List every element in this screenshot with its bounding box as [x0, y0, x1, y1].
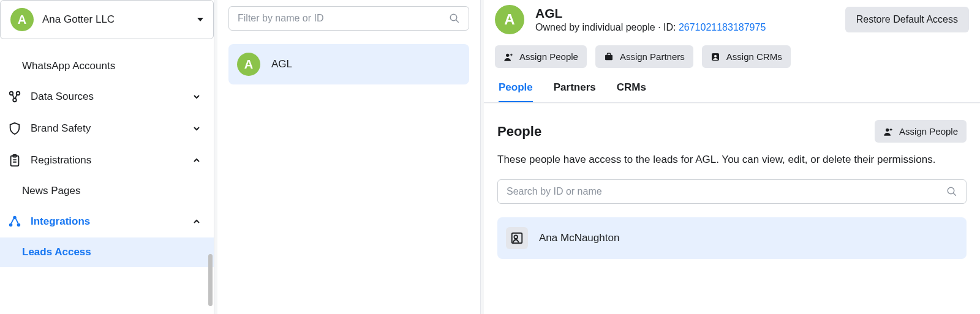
svg-point-12 — [714, 54, 717, 57]
svg-point-8 — [450, 14, 457, 21]
scrollbar-thumb[interactable] — [208, 254, 213, 306]
detail-header: A AGL Owned by individual people · ID: 2… — [484, 0, 980, 103]
sidebar-item-label: Brand Safety — [31, 122, 183, 135]
sidebar-item-registrations[interactable]: Registrations — [0, 144, 214, 176]
chevron-down-icon — [192, 92, 202, 102]
svg-point-16 — [514, 235, 518, 239]
page-avatar: A — [237, 53, 260, 76]
caret-down-icon — [197, 18, 203, 21]
sidebar-item-label: Data Sources — [31, 91, 183, 103]
svg-point-14 — [948, 187, 954, 194]
sidebar-item-integrations[interactable]: Integrations — [0, 206, 214, 237]
detail-tabs: People Partners CRMs — [495, 81, 969, 103]
person-plus-icon — [503, 52, 513, 62]
sidebar-item-label: News Pages — [22, 185, 206, 197]
svg-point-5 — [9, 223, 13, 227]
detail-title: AGL — [535, 6, 834, 21]
clipboard-icon — [7, 153, 22, 168]
page-list-item[interactable]: A AGL — [228, 44, 469, 84]
briefcase-icon — [604, 52, 614, 62]
person-plus-icon — [883, 127, 893, 136]
sidebar-item-label: Leads Access — [22, 246, 206, 258]
tab-partners[interactable]: Partners — [554, 81, 596, 103]
people-search-input[interactable] — [507, 186, 940, 197]
search-icon — [946, 186, 957, 197]
assign-crms-button[interactable]: Assign CRMs — [702, 45, 791, 68]
sidebar-item-label: Registrations — [31, 154, 183, 166]
svg-point-6 — [17, 223, 20, 227]
page-name: AGL — [271, 58, 292, 70]
detail-panel: A AGL Owned by individual people · ID: 2… — [484, 0, 980, 314]
chevron-down-icon — [192, 124, 202, 133]
detail-subtitle: Owned by individual people · ID: 2671021… — [535, 22, 834, 33]
chevron-up-icon — [192, 155, 202, 165]
detail-owned-prefix: Owned by individual people · ID: — [535, 22, 679, 32]
sidebar-item-leads-access[interactable]: Leads Access — [0, 237, 214, 267]
chevron-up-icon — [192, 217, 202, 226]
restore-default-access-button[interactable]: Restore Default Access — [845, 7, 969, 32]
button-label: Assign Partners — [620, 51, 685, 62]
account-avatar: A — [10, 8, 34, 31]
detail-avatar: A — [495, 5, 524, 34]
account-name: Ana Gotter LLC — [42, 13, 189, 26]
page-list-panel: A AGL — [217, 0, 481, 314]
svg-point-13 — [886, 128, 889, 131]
button-label: Restore Default Access — [856, 14, 958, 25]
user-name: Ana McNaughton — [539, 232, 619, 244]
search-icon — [449, 13, 460, 24]
svg-point-2 — [13, 99, 17, 102]
user-avatar — [506, 227, 528, 249]
assign-partners-button[interactable]: Assign Partners — [595, 45, 693, 68]
detail-id-link[interactable]: 2671021183187975 — [679, 22, 766, 32]
button-label: Assign CRMs — [726, 51, 782, 62]
svg-rect-10 — [605, 54, 612, 60]
sidebar: A Ana Gotter LLC WhatsApp Accounts Data … — [0, 0, 214, 314]
button-label: Assign People — [899, 126, 958, 136]
sidebar-item-brand-safety[interactable]: Brand Safety — [0, 113, 214, 144]
sidebar-nav: WhatsApp Accounts Data Sources Brand Saf… — [0, 51, 214, 314]
tab-people[interactable]: People — [499, 81, 533, 103]
people-heading: People — [497, 124, 875, 140]
account-switcher[interactable]: A Ana Gotter LLC — [0, 0, 214, 39]
sidebar-item-label: WhatsApp Accounts — [22, 60, 206, 72]
data-sources-icon — [7, 89, 22, 104]
assign-people-button-secondary[interactable]: Assign People — [875, 120, 967, 143]
crm-icon — [710, 52, 720, 62]
svg-point-9 — [506, 53, 509, 56]
button-label: Assign People — [519, 51, 578, 62]
shield-icon — [7, 121, 22, 136]
people-description: These people have access to the leads fo… — [497, 154, 967, 166]
filter-box[interactable] — [228, 6, 469, 31]
sidebar-item-news-pages[interactable]: News Pages — [0, 176, 214, 206]
sidebar-item-whatsapp-accounts[interactable]: WhatsApp Accounts — [0, 51, 214, 81]
sidebar-item-label: Integrations — [31, 215, 183, 228]
user-row[interactable]: Ana McNaughton — [497, 217, 967, 259]
people-search-box[interactable] — [497, 179, 967, 204]
tab-crms[interactable]: CRMs — [617, 81, 646, 103]
people-section: People Assign People These people have a… — [484, 103, 980, 314]
sidebar-item-data-sources[interactable]: Data Sources — [0, 81, 214, 113]
assign-people-button[interactable]: Assign People — [495, 45, 587, 68]
integrations-icon — [7, 214, 22, 229]
filter-input[interactable] — [238, 13, 443, 24]
